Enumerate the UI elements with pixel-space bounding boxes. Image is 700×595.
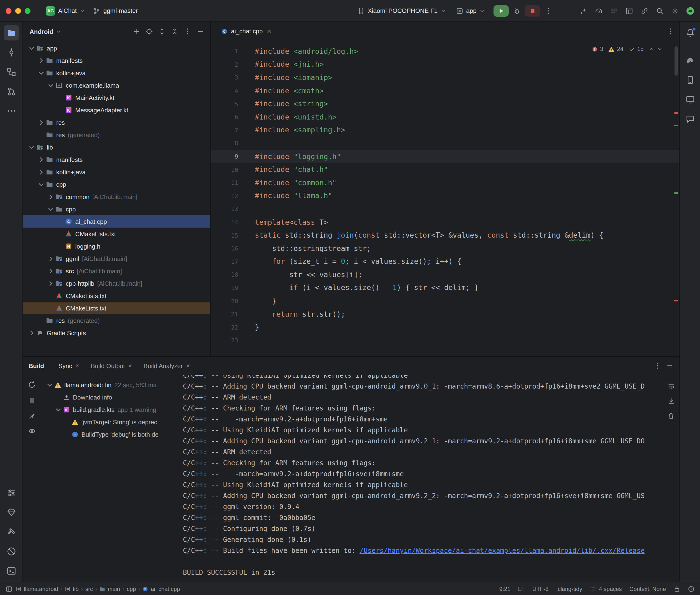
more-tools-button[interactable]: [4, 103, 19, 119]
profile-avatar[interactable]: [684, 4, 696, 17]
line-number[interactable]: 18: [211, 271, 238, 278]
chevron-down-icon[interactable]: [56, 29, 61, 34]
error-stripe-mark[interactable]: [674, 112, 678, 114]
code-line-10[interactable]: 10#include "chat.h": [211, 163, 679, 176]
line-number[interactable]: 15: [211, 232, 238, 239]
project-tree-item-cpp[interactable]: cpp: [23, 203, 210, 215]
tree-chevron-icon[interactable]: [47, 193, 55, 200]
project-tree-item-src[interactable]: src[AiChat.lib.main]: [23, 265, 210, 277]
soft-wrap-icon[interactable]: [667, 382, 675, 390]
build-tree-item[interactable]: Download info: [41, 391, 180, 403]
code-line-16[interactable]: 16 std::ostringstream str;: [211, 242, 679, 255]
device-selector[interactable]: Xiaomi POCOPHONE F1: [354, 5, 450, 17]
project-tree-item-manifests[interactable]: manifests: [23, 54, 210, 67]
line-number[interactable]: 22: [211, 324, 238, 331]
tool-window-layout-icon[interactable]: [6, 586, 12, 592]
project-tree-item-common[interactable]: common[AiChat.lib.main]: [23, 191, 210, 203]
project-tree-item-cmakelists.txt[interactable]: CMakeLists.txt: [23, 302, 210, 314]
tab-build-analyzer[interactable]: Build Analyzer ×: [139, 360, 195, 372]
code-editor[interactable]: 1#include <android/log.h>2#include <jni.…: [211, 40, 679, 356]
search-everywhere-button[interactable]: [653, 4, 666, 17]
tab-build-output[interactable]: Build Output ×: [86, 360, 137, 372]
breadcrumb-llama.android[interactable]: llama.android: [16, 586, 58, 592]
problems-tool-button[interactable]: [4, 544, 19, 559]
branch-widget[interactable]: ggml-master: [89, 5, 142, 17]
file-encoding[interactable]: UTF-8: [532, 586, 549, 592]
zoom-window-button[interactable]: [25, 8, 30, 13]
hide-build-panel-icon[interactable]: [666, 362, 674, 370]
profiler-button[interactable]: [593, 4, 605, 17]
next-problem-icon[interactable]: [657, 46, 663, 52]
breadcrumb-main[interactable]: main: [100, 586, 120, 592]
tree-chevron-icon[interactable]: [47, 280, 55, 287]
running-devices-button[interactable]: [682, 92, 698, 107]
breadcrumb-lib[interactable]: lib: [65, 586, 79, 592]
lock-icon[interactable]: [674, 586, 680, 592]
pin-icon[interactable]: [28, 412, 36, 420]
close-tab-icon[interactable]: ×: [76, 362, 79, 369]
build-tree-item[interactable]: Kbuild.gradle.ktsapp 1 warning: [41, 403, 180, 416]
line-number[interactable]: 3: [211, 74, 238, 81]
inspection-widget[interactable]: 3 24 15: [588, 44, 666, 54]
logcat-button[interactable]: [608, 4, 620, 17]
add-button[interactable]: [131, 26, 142, 37]
project-tree-item-cmakelists.txt[interactable]: CMakeLists.txt: [23, 228, 210, 240]
tree-chevron-icon[interactable]: [47, 205, 55, 213]
project-tree-item-ai-chat.cpp[interactable]: Cai_chat.cpp: [23, 215, 210, 228]
context-status[interactable]: Context: None: [629, 586, 666, 592]
project-tree-item-gradle-scripts[interactable]: Gradle Scripts: [23, 327, 210, 339]
device-mirror-button[interactable]: [638, 4, 651, 17]
project-tree-item-messageadapter.kt[interactable]: KMessageAdapter.kt: [23, 104, 210, 116]
code-line-3[interactable]: 3#include <iomanip>: [211, 71, 679, 84]
console-file-link[interactable]: /Users/hanyin/Workspace/ai-chat/examples…: [360, 547, 645, 554]
build-tool-button[interactable]: [4, 524, 19, 540]
tree-chevron-icon[interactable]: [37, 180, 45, 188]
breadcrumb-cpp[interactable]: cpp: [127, 586, 136, 592]
close-tab-icon[interactable]: ×: [128, 362, 132, 369]
minimize-window-button[interactable]: [15, 8, 21, 13]
line-number[interactable]: 6: [211, 114, 238, 121]
scroll-to-end-icon[interactable]: [667, 397, 675, 405]
line-number[interactable]: 8: [211, 140, 238, 147]
code-line-4[interactable]: 4#include <cmath>: [211, 84, 679, 97]
tree-chevron-icon[interactable]: [47, 255, 55, 262]
tree-chevron-icon[interactable]: [47, 267, 55, 275]
settings-button[interactable]: [669, 4, 681, 17]
prev-problem-icon[interactable]: [649, 46, 654, 52]
debug-button[interactable]: [511, 4, 523, 17]
project-tree-item-cpp[interactable]: cpp: [23, 178, 210, 191]
code-line-22[interactable]: 22}: [211, 321, 679, 334]
build-console[interactable]: C/C++: -- Using KleidiAI optimized kerne…: [180, 375, 679, 582]
code-line-18[interactable]: 18 str << values[i];: [211, 268, 679, 281]
line-number[interactable]: 9: [211, 153, 238, 160]
info-circle-icon[interactable]: [688, 586, 695, 592]
clang-tidy-status[interactable]: .clang-tidy: [556, 586, 582, 592]
code-line-6[interactable]: 6#include <unistd.h>: [211, 111, 679, 123]
tree-chevron-icon[interactable]: [37, 168, 45, 176]
tree-chevron-icon[interactable]: [37, 69, 45, 77]
project-view-title[interactable]: Android: [30, 28, 53, 35]
build-options-icon[interactable]: [653, 362, 661, 370]
indent-status[interactable]: 4 spaces: [590, 586, 622, 592]
tree-chevron-icon[interactable]: [28, 143, 36, 151]
tree-chevron-icon[interactable]: [37, 156, 45, 163]
line-number[interactable]: 21: [211, 310, 238, 318]
error-stripe-mark[interactable]: [674, 300, 678, 302]
line-number[interactable]: 16: [211, 245, 238, 252]
project-tree-item-logging.h[interactable]: Hlogging.h: [23, 240, 210, 252]
eye-icon[interactable]: [28, 427, 36, 435]
close-window-button[interactable]: [6, 8, 11, 13]
tree-chevron-icon[interactable]: [37, 57, 45, 64]
line-number[interactable]: 12: [211, 192, 238, 200]
code-line-17[interactable]: 17 for (size_t i = 0; i < values.size();…: [211, 255, 679, 268]
run-config-selector[interactable]: app: [452, 5, 489, 17]
code-line-9[interactable]: 9#include "logging.h": [211, 150, 679, 163]
breadcrumb-ai-chat.cpp[interactable]: Cai_chat.cpp: [143, 586, 180, 592]
code-line-8[interactable]: 8: [211, 137, 679, 150]
line-separator[interactable]: LF: [518, 586, 525, 592]
code-line-21[interactable]: 21 return str.str();: [211, 308, 679, 321]
build-variants-tool-button[interactable]: [4, 485, 19, 501]
build-tree-item[interactable]: 'jvmTarget: String' is deprec: [41, 416, 180, 428]
cursor-position[interactable]: 9:21: [499, 586, 510, 592]
ai-assistant-button[interactable]: [577, 4, 590, 17]
